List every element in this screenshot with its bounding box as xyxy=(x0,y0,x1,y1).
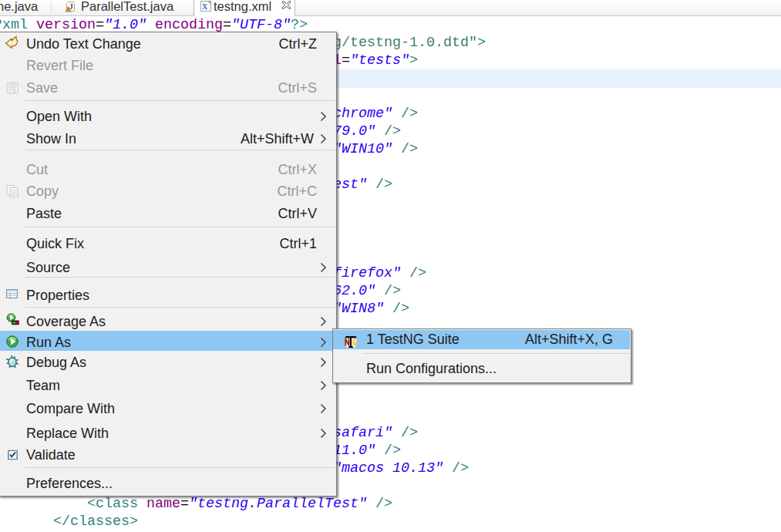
svg-text:!: ! xyxy=(68,7,69,12)
svg-text:X: X xyxy=(202,2,208,11)
